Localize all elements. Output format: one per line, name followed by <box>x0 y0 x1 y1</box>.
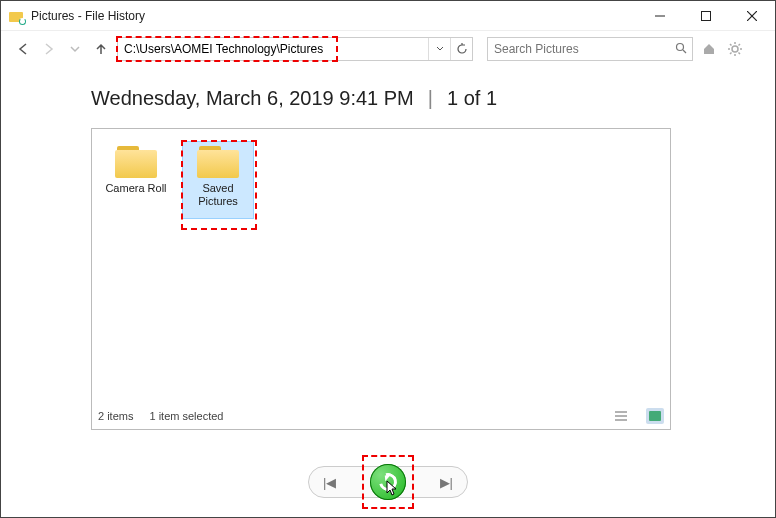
svg-line-11 <box>730 44 732 46</box>
gear-icon[interactable] <box>725 39 745 59</box>
up-button[interactable] <box>91 39 111 59</box>
maximize-button[interactable] <box>683 1 729 31</box>
folder-item-camera-roll[interactable]: Camera Roll <box>100 141 172 219</box>
recent-dropdown[interactable] <box>65 39 85 59</box>
next-version-button[interactable]: ▶| <box>440 475 453 490</box>
folder-item-saved-pictures[interactable]: Saved Pictures <box>182 141 254 219</box>
folder-icon <box>197 146 239 178</box>
search-box[interactable] <box>487 37 693 61</box>
svg-line-5 <box>683 50 686 53</box>
app-icon <box>9 8 25 24</box>
view-details-icon[interactable] <box>612 408 630 424</box>
home-icon[interactable] <box>699 39 719 59</box>
folder-panel: Camera Roll Saved Pictures 2 items 1 ite… <box>91 128 671 430</box>
svg-point-4 <box>677 43 684 50</box>
window-title: Pictures - File History <box>31 9 145 23</box>
date-header: Wednesday, March 6, 2019 9:41 PM | 1 of … <box>91 87 727 110</box>
back-button[interactable] <box>13 39 33 59</box>
address-bar[interactable] <box>117 37 473 61</box>
content-area: Wednesday, March 6, 2019 9:41 PM | 1 of … <box>1 67 775 430</box>
minimize-button[interactable] <box>637 1 683 31</box>
snapshot-count: 1 of 1 <box>447 87 497 110</box>
status-items: 2 items <box>98 410 133 422</box>
header-separator: | <box>428 87 433 110</box>
svg-line-12 <box>739 53 741 55</box>
address-input[interactable] <box>118 38 428 60</box>
status-selected: 1 item selected <box>149 410 223 422</box>
view-icons-icon[interactable] <box>646 408 664 424</box>
search-icon <box>670 42 692 57</box>
svg-point-6 <box>732 46 738 52</box>
snapshot-date: Wednesday, March 6, 2019 9:41 PM <box>91 87 414 110</box>
playback-controls: |◀ ▶| <box>304 461 472 503</box>
refresh-button[interactable] <box>450 38 472 60</box>
close-button[interactable] <box>729 1 775 31</box>
search-input[interactable] <box>488 42 670 56</box>
forward-button[interactable] <box>39 39 59 59</box>
address-dropdown[interactable] <box>428 38 450 60</box>
svg-rect-18 <box>649 411 661 421</box>
svg-line-14 <box>739 44 741 46</box>
folder-list: Camera Roll Saved Pictures <box>92 129 670 231</box>
restore-icon <box>376 470 401 495</box>
folder-icon <box>115 146 157 178</box>
prev-version-button[interactable]: |◀ <box>323 475 336 490</box>
svg-rect-1 <box>702 11 711 20</box>
folder-label: Saved Pictures <box>185 182 251 208</box>
svg-line-13 <box>730 53 732 55</box>
status-bar: 2 items 1 item selected <box>98 405 664 427</box>
folder-label: Camera Roll <box>105 182 166 195</box>
titlebar: Pictures - File History <box>1 1 775 31</box>
navbar <box>1 31 775 67</box>
restore-button[interactable] <box>370 464 406 500</box>
